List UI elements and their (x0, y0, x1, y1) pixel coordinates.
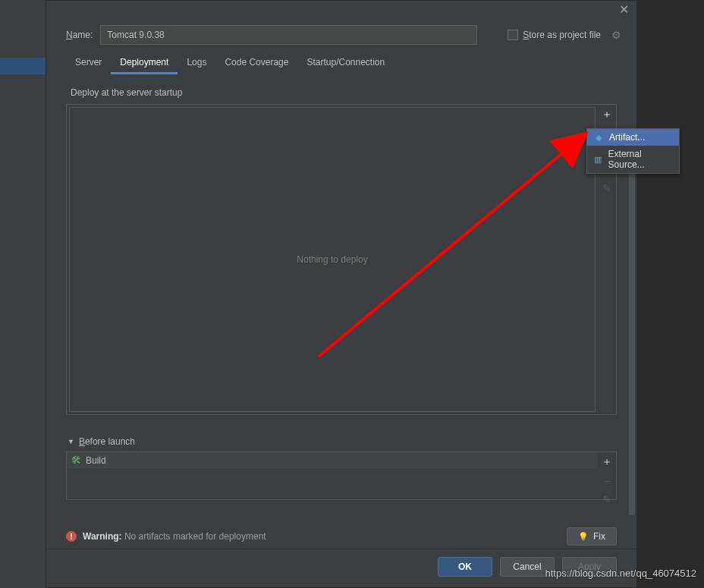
deploy-empty-text: Nothing to deploy (297, 254, 367, 265)
run-config-dialog: ✕ Name: Store as project file ⚙ Server D… (46, 0, 637, 588)
scrollbar-thumb[interactable] (629, 136, 635, 515)
ok-button[interactable]: OK (438, 557, 492, 577)
add-popup-menu: ◆ Artifact... ▥ External Source... (586, 128, 680, 174)
tab-deployment[interactable]: Deployment (111, 52, 178, 74)
name-label: Name: (66, 30, 93, 40)
edit-icon[interactable]: ✎ (602, 182, 611, 194)
close-icon[interactable]: ✕ (619, 2, 629, 17)
name-input[interactable] (100, 25, 477, 45)
add-icon[interactable]: ＋ (602, 108, 612, 121)
before-launch-box: 🛠 Build ＋ − ✎ (66, 451, 617, 500)
edit-icon[interactable]: ✎ (602, 493, 611, 505)
popup-item-artifact[interactable]: ◆ Artifact... (587, 129, 679, 146)
artifact-icon: ◆ (593, 132, 604, 143)
tabs: Server Deployment Logs Code Coverage Sta… (46, 52, 636, 75)
add-icon[interactable]: ＋ (602, 455, 612, 469)
before-launch-list[interactable]: 🛠 Build (67, 452, 598, 499)
watermark: https://blog.csdn.net/qq_46074512 (545, 568, 697, 579)
store-as-project-file-checkbox[interactable]: Store as project file (508, 30, 601, 40)
gear-icon[interactable]: ⚙ (611, 29, 621, 41)
fix-button[interactable]: 💡 Fix (567, 527, 617, 546)
before-launch-label: Before launch (79, 436, 135, 447)
before-launch-item-label: Build (86, 455, 106, 466)
tab-code-coverage[interactable]: Code Coverage (215, 52, 297, 74)
popup-item-external-source[interactable]: ▥ External Source... (587, 146, 679, 173)
tab-startup-connection[interactable]: Startup/Connection (297, 52, 394, 74)
background-right (637, 0, 704, 588)
left-panel-selected-item[interactable] (0, 58, 46, 74)
before-launch-header[interactable]: ▼ Before launch (68, 436, 617, 447)
remove-icon[interactable]: − (604, 475, 610, 487)
checkbox-icon (508, 30, 518, 40)
deploy-section-label: Deploy at the server startup (71, 87, 617, 98)
disclosure-triangle-icon: ▼ (68, 438, 74, 445)
tab-server[interactable]: Server (66, 52, 111, 74)
error-icon: ! (66, 531, 77, 542)
left-panel (0, 0, 46, 588)
lightbulb-icon: 💡 (578, 532, 589, 542)
deploy-list[interactable]: Nothing to deploy (69, 107, 596, 412)
hammer-icon: 🛠 (71, 454, 81, 466)
store-label: Store as project file (523, 30, 601, 40)
before-launch-tools: ＋ − ✎ (598, 452, 616, 499)
list-item[interactable]: 🛠 Build (67, 452, 598, 468)
external-source-icon: ▥ (593, 154, 603, 165)
content-scrollbar[interactable] (629, 136, 635, 515)
tab-logs[interactable]: Logs (178, 52, 215, 74)
deploy-list-box: Nothing to deploy ＋ − ▲ ▼ ✎ (66, 104, 617, 415)
warning-text: Warning: No artifacts marked for deploym… (83, 531, 266, 542)
